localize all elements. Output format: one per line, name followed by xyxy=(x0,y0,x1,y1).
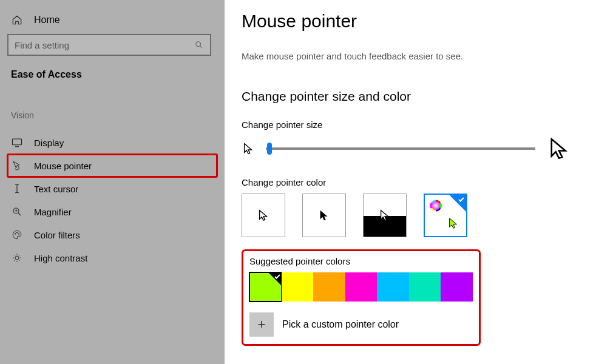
custom-color-row[interactable]: + Pick a custom pointer color xyxy=(249,312,473,337)
color-wheel-icon xyxy=(430,200,442,212)
pointer-size-control xyxy=(242,136,572,161)
swatch-yellow[interactable] xyxy=(282,272,314,302)
swatch-purple[interactable] xyxy=(441,272,473,302)
page-description: Make mouse pointer and touch feedback ea… xyxy=(242,51,572,61)
sidebar-item-label: Text cursor xyxy=(34,184,78,194)
sidebar-item-label: Display xyxy=(34,138,64,148)
pointer-size-label: Change pointer size xyxy=(242,120,572,130)
cursor-large-icon xyxy=(546,136,572,161)
display-icon xyxy=(11,137,23,148)
sidebar-item-high-contrast[interactable]: High contrast xyxy=(7,246,217,269)
text-cursor-icon xyxy=(11,183,23,194)
home-label: Home xyxy=(34,15,60,25)
sidebar-item-label: High contrast xyxy=(34,253,87,263)
svg-point-6 xyxy=(15,256,19,260)
page-title: Mouse pointer xyxy=(242,11,572,32)
swatch-orange[interactable] xyxy=(313,272,345,302)
search-input[interactable] xyxy=(15,40,194,50)
magnifier-icon xyxy=(11,206,23,217)
group-label: Vision xyxy=(11,110,217,120)
sidebar-item-mouse-pointer[interactable]: Mouse pointer xyxy=(7,154,217,177)
swatch-cyan[interactable] xyxy=(377,272,409,302)
pointer-color-inverted[interactable] xyxy=(363,194,407,237)
home-link[interactable]: Home xyxy=(7,11,217,34)
sidebar-item-label: Color filters xyxy=(34,230,80,240)
main-content: Mouse pointer Make mouse pointer and tou… xyxy=(225,0,596,364)
custom-color-label: Pick a custom pointer color xyxy=(282,319,399,330)
plus-icon[interactable]: + xyxy=(249,312,274,337)
swatch-lime[interactable] xyxy=(249,272,282,302)
selection-check-icon xyxy=(449,195,466,212)
pointer-color-black[interactable] xyxy=(302,194,346,237)
svg-rect-1 xyxy=(13,139,22,145)
suggested-colors-panel: Suggested pointer colors + Pick a custom… xyxy=(242,249,481,346)
pointer-size-slider[interactable] xyxy=(266,147,535,150)
sidebar-item-color-filters[interactable]: Color filters xyxy=(7,223,217,246)
svg-point-0 xyxy=(196,42,201,47)
cursor-small-icon xyxy=(242,142,255,155)
slider-thumb[interactable] xyxy=(267,143,272,155)
svg-point-5 xyxy=(18,234,19,235)
search-icon xyxy=(194,40,204,50)
contrast-icon xyxy=(11,252,23,263)
svg-point-4 xyxy=(16,232,18,234)
sidebar-item-label: Mouse pointer xyxy=(34,161,92,171)
sidebar-item-magnifier[interactable]: Magnifier xyxy=(7,200,217,223)
swatch-teal[interactable] xyxy=(409,272,441,302)
palette-icon xyxy=(11,229,23,240)
svg-point-3 xyxy=(15,234,16,235)
section-title: Change pointer size and color xyxy=(242,89,572,104)
home-icon xyxy=(11,15,23,25)
pointer-color-options xyxy=(242,194,572,237)
swatch-magenta[interactable] xyxy=(345,272,378,302)
sidebar-item-display[interactable]: Display xyxy=(7,131,217,154)
settings-search[interactable] xyxy=(7,34,211,56)
pointer-color-white[interactable] xyxy=(242,194,285,237)
suggested-colors-label: Suggested pointer colors xyxy=(249,256,473,266)
sidebar-item-label: Magnifier xyxy=(34,207,72,217)
sidebar-item-text-cursor[interactable]: Text cursor xyxy=(7,177,217,200)
pointer-color-custom[interactable] xyxy=(424,194,467,237)
settings-sidebar: Home Ease of Access Vision Display Mouse… xyxy=(0,0,225,364)
pointer-color-label: Change pointer color xyxy=(242,177,572,187)
category-title: Ease of Access xyxy=(11,69,217,80)
cursor-hand-icon xyxy=(11,160,23,171)
suggested-swatches xyxy=(249,272,473,302)
